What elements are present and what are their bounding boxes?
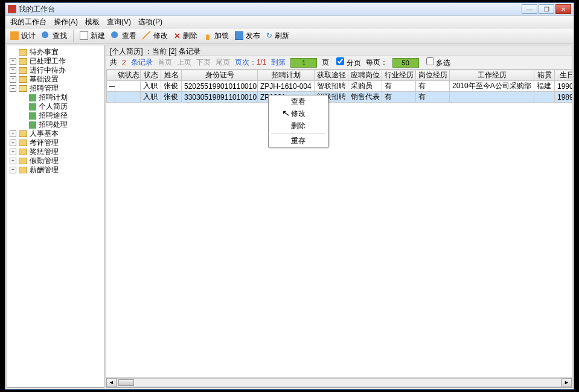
maximize-button[interactable]: ❐: [539, 4, 554, 14]
view-button[interactable]: 查看: [111, 31, 136, 41]
row-marker: [107, 92, 115, 103]
tree-node-channel[interactable]: 招聘途径: [7, 111, 104, 120]
col-status[interactable]: 状态: [141, 70, 161, 81]
cell-lock: [115, 92, 141, 103]
ctx-delete[interactable]: 删除: [269, 120, 328, 132]
cell-lock: [115, 81, 141, 92]
scroll-left-button[interactable]: ◄: [106, 378, 117, 387]
menu-workbench[interactable]: 我的工作台: [10, 17, 46, 27]
data-table: 锁状态 状态 姓名 身份证号 招聘计划 获取途径 应聘岗位 行业经历 岗位经历 …: [106, 69, 572, 103]
first-page[interactable]: 首页: [158, 57, 172, 68]
cell-status: 入职: [141, 81, 161, 92]
col-idno[interactable]: 身份证号: [182, 70, 258, 81]
leaf-icon: [29, 112, 36, 120]
leaf-icon: [29, 103, 36, 111]
col-birth[interactable]: 生日: [555, 70, 572, 81]
search-icon: [42, 31, 50, 40]
tree-node-base[interactable]: +基础设置: [7, 75, 104, 84]
menu-query[interactable]: 查询(V): [107, 17, 131, 27]
app-icon: [8, 5, 16, 13]
tree-node-eval[interactable]: +考评管理: [7, 138, 104, 147]
col-name[interactable]: 姓名: [161, 70, 182, 81]
breadcrumb: [个人简历] ：当前 [2] 条记录: [106, 45, 572, 56]
search-button[interactable]: 查找: [42, 31, 67, 41]
perpage-input[interactable]: [392, 58, 419, 68]
delete-button[interactable]: ✕删除: [174, 31, 197, 41]
cell-workhist: [450, 92, 534, 103]
title-bar: 我的工作台 — ❐ ✕: [5, 3, 574, 16]
separator: [73, 30, 74, 42]
tree-node-todo[interactable]: 待办事宜: [7, 48, 104, 57]
tree: 待办事宜 +已处理工作 +进行中待办 +基础设置 −招聘管理 招聘计划 个人简历…: [7, 45, 104, 177]
ctx-view[interactable]: 查看: [269, 95, 328, 108]
menu-operate[interactable]: 操作(A): [54, 17, 78, 27]
paginate-check[interactable]: 分页: [334, 57, 360, 68]
col-lock[interactable]: 锁状态: [115, 70, 141, 81]
toolbar: 设计 查找 新建 查看 修改 ✕删除 加锁 发布 ↻刷新: [5, 28, 574, 43]
tree-node-plan[interactable]: 招聘计划: [7, 93, 104, 102]
pageidx-label: 页次：: [235, 58, 257, 66]
ctx-edit[interactable]: 修改: [269, 108, 328, 120]
tree-node-ongoing[interactable]: +进行中待办: [7, 66, 104, 75]
col-jobhist[interactable]: 岗位经历: [416, 70, 450, 81]
cell-position: 采购员: [348, 81, 382, 92]
cell-birth: 1989-1: [555, 92, 572, 103]
col-workhist[interactable]: 工作经历: [450, 70, 534, 81]
tree-node-done[interactable]: +已处理工作: [7, 57, 104, 66]
tree-node-salary[interactable]: +薪酬管理: [7, 165, 104, 175]
scroll-thumb[interactable]: [118, 379, 134, 386]
horizontal-scrollbar[interactable]: ◄ ►: [106, 377, 572, 387]
refresh-button[interactable]: ↻刷新: [266, 31, 289, 41]
cell-industry: 有: [382, 92, 416, 103]
tree-node-hr[interactable]: +人事基本: [7, 129, 104, 138]
table-row[interactable]: —入职张俊520255199010110010ZPJH-1610-004智联招聘…: [107, 81, 572, 92]
col-industry[interactable]: 行业经历: [382, 70, 416, 81]
cell-jobhist: 有: [416, 81, 450, 92]
tree-node-recruit[interactable]: −招聘管理: [7, 84, 104, 93]
next-page[interactable]: 下页: [196, 57, 211, 68]
col-position[interactable]: 应聘岗位: [348, 70, 382, 81]
scroll-right-button[interactable]: ►: [561, 378, 572, 387]
lock-icon: [203, 31, 212, 40]
menu-template[interactable]: 模板: [85, 17, 100, 27]
grid: 锁状态 状态 姓名 身份证号 招聘计划 获取途径 应聘岗位 行业经历 岗位经历 …: [106, 69, 572, 377]
row-marker: —: [107, 81, 115, 92]
page-label: 页: [322, 57, 329, 68]
minimize-button[interactable]: —: [522, 4, 537, 14]
tree-node-bonus[interactable]: +奖惩管理: [7, 147, 104, 156]
goto-input[interactable]: [290, 58, 317, 68]
prev-page[interactable]: 上页: [177, 57, 191, 68]
edit-button[interactable]: 修改: [142, 31, 168, 41]
design-button[interactable]: 设计: [10, 31, 36, 41]
col-rowmark[interactable]: [107, 70, 115, 81]
cell-name: 张俊: [161, 92, 182, 103]
total-count: 2: [122, 59, 126, 67]
sidebar: 待办事宜 +已处理工作 +进行中待办 +基础设置 −招聘管理 招聘计划 个人简历…: [7, 45, 104, 388]
ctx-saveas[interactable]: 重存: [269, 135, 328, 147]
tree-node-resume[interactable]: 个人简历: [7, 102, 104, 111]
col-plan[interactable]: 招聘计划: [258, 70, 315, 81]
scroll-track[interactable]: [117, 378, 561, 387]
goto-label: 到第: [271, 57, 286, 68]
col-channel[interactable]: 获取途径: [315, 70, 348, 81]
edit-icon: [142, 31, 151, 40]
new-button[interactable]: 新建: [80, 31, 105, 41]
cell-native: [534, 92, 555, 103]
multi-check[interactable]: 多选: [424, 57, 450, 68]
table-row[interactable]: 入职张俊330305198911010010ZP1001智联招聘销售代表有有19…: [107, 92, 572, 103]
tree-node-leave[interactable]: +假勤管理: [7, 156, 104, 165]
close-button[interactable]: ✕: [555, 4, 571, 14]
cell-jobhist: 有: [416, 92, 450, 103]
cell-birth: 1990-10: [555, 81, 572, 92]
cell-name: 张俊: [161, 81, 182, 92]
col-native[interactable]: 籍贯: [534, 70, 555, 81]
tree-node-process[interactable]: 招聘处理: [7, 120, 104, 129]
menu-options[interactable]: 选项(P): [138, 17, 162, 27]
ctx-separator: [271, 133, 325, 133]
publish-button[interactable]: 发布: [235, 31, 260, 41]
view-icon: [111, 31, 120, 40]
pageidx: 1/1: [257, 58, 267, 66]
lock-button[interactable]: 加锁: [203, 31, 229, 41]
pager: 共 2 条记录 首页 上页 下页 尾页 页次：1/1 到第 页 分页 每页： 多…: [106, 56, 572, 69]
last-page[interactable]: 尾页: [216, 57, 230, 68]
